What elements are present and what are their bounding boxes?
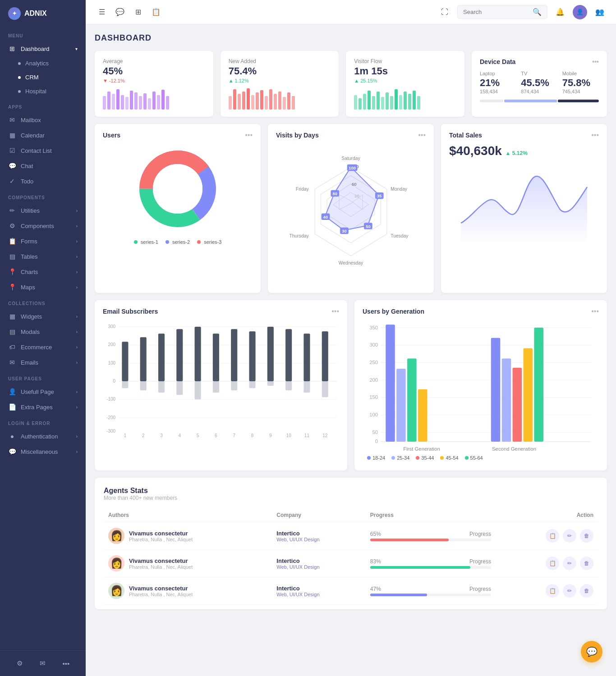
sidebar-item-miscellaneous[interactable]: 💬 Miscellaneous › <box>0 444 86 459</box>
sidebar-item-analytics[interactable]: Analytics <box>0 56 86 70</box>
login-section-label: LOGIN & ERROR <box>0 415 86 429</box>
sidebar-item-mailbox[interactable]: ✉ Mailbox <box>0 112 86 128</box>
svg-rect-36 <box>381 97 384 110</box>
svg-rect-41 <box>404 91 407 110</box>
header-icons: ☰ 💬 ⊞ 📋 <box>95 5 163 19</box>
users-gen-menu[interactable]: ••• <box>591 307 599 315</box>
float-chat-button[interactable]: 💬 <box>581 641 602 662</box>
device-bar <box>480 100 599 102</box>
more-icon[interactable]: ••• <box>60 657 72 670</box>
useful-page-icon: 👤 <box>8 388 16 396</box>
sidebar-item-widgets[interactable]: ▦ Widgets › <box>0 309 86 324</box>
svg-rect-4 <box>121 95 124 110</box>
dot-icon <box>18 90 21 93</box>
sidebar-item-chat[interactable]: 💬 Chat <box>0 158 86 174</box>
users-card-menu[interactable]: ••• <box>245 131 253 139</box>
email-subs-menu[interactable]: ••• <box>331 307 339 315</box>
sidebar-item-charts[interactable]: 📍 Charts › <box>0 264 86 279</box>
sidebar-item-forms[interactable]: 📋 Forms › <box>0 233 86 249</box>
total-sales-menu[interactable]: ••• <box>591 131 599 139</box>
sidebar-item-todo[interactable]: ✓ Todo <box>0 174 86 189</box>
app-logo[interactable]: ✦ ADNIX <box>0 0 86 27</box>
agents-table-head: Authors Company Progress Action <box>104 508 598 522</box>
new-added-label: New Added <box>229 58 331 64</box>
action-view-btn-1[interactable]: 📋 <box>546 529 559 543</box>
svg-rect-118 <box>322 381 328 397</box>
sidebar-item-authentication[interactable]: ● Authentication › <box>0 429 86 444</box>
agents-table-header-row: Authors Company Progress Action <box>104 508 598 522</box>
sidebar-item-emails[interactable]: ✉ Emails › <box>0 355 86 370</box>
users-card-title: Users <box>103 132 120 139</box>
notification-icon[interactable]: 🔔 <box>553 5 567 19</box>
svg-rect-111 <box>267 327 274 381</box>
sidebar-item-contact-list[interactable]: ☑ Contact List <box>0 143 86 158</box>
radar-svg: Saturday Monday Tuesday Wednesday Thursd… <box>276 144 426 284</box>
action-edit-btn-3[interactable]: ✏ <box>563 584 576 598</box>
chevron-icon: › <box>76 360 78 365</box>
action-view-btn-3[interactable]: 📋 <box>546 584 559 598</box>
user-menu-icon[interactable]: 👥 <box>593 5 607 19</box>
sidebar-item-hospital[interactable]: Hospital <box>0 84 86 98</box>
action-delete-btn-2[interactable]: 🗑 <box>580 557 593 570</box>
svg-rect-109 <box>249 331 255 381</box>
menu-toggle-button[interactable]: ☰ <box>95 5 109 19</box>
svg-text:50: 50 <box>366 224 370 229</box>
svg-rect-97 <box>140 338 147 382</box>
average-mini-chart <box>103 87 205 110</box>
sidebar-item-maps[interactable]: 📍 Maps › <box>0 279 86 295</box>
dot-active-icon <box>18 76 21 79</box>
logo-icon: ✦ <box>8 7 21 20</box>
legend-35-44-dot <box>416 456 419 460</box>
sidebar-item-dashboard[interactable]: ⊞ Dashboard ▾ <box>0 41 86 56</box>
author-text-3: Vivamus consectetur Pharetra, Nulla , Ne… <box>129 585 193 597</box>
donut-svg <box>133 144 223 234</box>
device-data-menu[interactable]: ••• <box>592 58 599 65</box>
settings-icon[interactable]: ⚙ <box>14 657 26 670</box>
chat-header-button[interactable]: 💬 <box>113 5 127 19</box>
author-info-3: 👩 Vivamus consectetur Pharetra, Nulla , … <box>108 583 267 599</box>
fullscreen-button[interactable]: ⛶ <box>437 5 452 19</box>
sidebar-item-ecommerce[interactable]: 🏷 Ecommerce › <box>0 339 86 355</box>
action-delete-btn-3[interactable]: 🗑 <box>580 584 593 598</box>
col-authors: Authors <box>104 508 272 522</box>
search-input[interactable] <box>463 9 530 15</box>
sidebar-item-crm[interactable]: CRM <box>0 70 86 84</box>
sidebar-item-useful-page[interactable]: 👤 Usefull Page › <box>0 384 86 399</box>
sidebar-item-extra-pages[interactable]: 📄 Extra Pages › <box>0 399 86 415</box>
sidebar-item-modals[interactable]: ▤ Modals › <box>0 324 86 339</box>
email-icon[interactable]: ✉ <box>37 657 49 670</box>
action-edit-btn-1[interactable]: ✏ <box>563 529 576 543</box>
action-buttons-2: 📋 ✏ 🗑 <box>500 557 593 570</box>
company-cell-3: Intertico Web, UI/UX Design <box>272 577 365 605</box>
visits-card-menu[interactable]: ••• <box>418 131 426 139</box>
users-generation-card: Users by Generation ••• 350 300 250 200 … <box>354 300 607 470</box>
progress-pct-1: 65% <box>370 531 381 537</box>
sidebar-item-tables[interactable]: ▤ Tables › <box>0 249 86 264</box>
clipboard-header-button[interactable]: 📋 <box>149 5 163 19</box>
sidebar-item-components[interactable]: ⚙ Components › <box>0 218 86 233</box>
user-avatar[interactable]: 👤 <box>573 5 587 19</box>
device-data-card: Device Data ••• Laptop 21% 158,434 TV 45… <box>472 51 607 117</box>
grid-header-button[interactable]: ⊞ <box>131 5 145 19</box>
svg-rect-101 <box>176 329 183 381</box>
hospital-label: Hospital <box>25 88 46 95</box>
svg-rect-116 <box>303 381 310 393</box>
svg-rect-117 <box>322 331 328 381</box>
action-edit-btn-2[interactable]: ✏ <box>563 557 576 570</box>
series2-dot <box>165 240 169 244</box>
svg-rect-10 <box>148 98 151 110</box>
calendar-icon: ▦ <box>8 131 16 139</box>
user-pages-section-label: USER PAGES <box>0 370 86 384</box>
sidebar-item-calendar[interactable]: ▦ Calendar <box>0 128 86 143</box>
svg-rect-38 <box>390 96 393 110</box>
action-delete-btn-1[interactable]: 🗑 <box>580 529 593 543</box>
svg-text:10: 10 <box>286 433 292 438</box>
users-gen-title: Users by Generation <box>363 308 424 315</box>
total-sales-title: Total Sales <box>449 132 482 139</box>
components-label: Components <box>21 223 54 229</box>
action-view-btn-2[interactable]: 📋 <box>546 557 559 570</box>
svg-rect-16 <box>233 89 236 110</box>
sidebar-item-utilities[interactable]: ✏ Utilities › <box>0 203 86 218</box>
progress-bar-fill-3 <box>370 594 427 596</box>
modals-label: Modals <box>21 329 40 335</box>
